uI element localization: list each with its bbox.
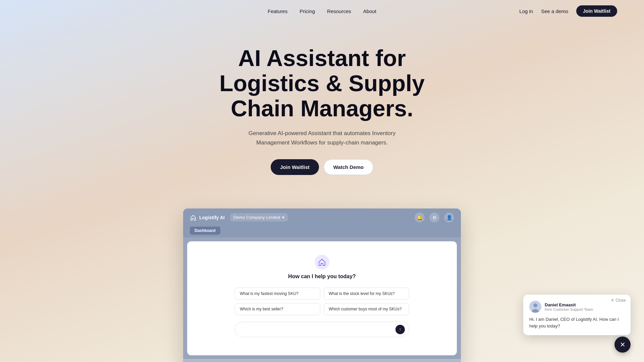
chat-agent-team: from Customer Support Team — [545, 307, 593, 311]
watch-demo-button[interactable]: Watch Demo — [324, 159, 373, 175]
svg-point-0 — [315, 255, 329, 269]
join-waitlist-hero-button[interactable]: Join Waitlist — [271, 159, 319, 175]
chat-home-icon — [315, 255, 329, 269]
chat-agent-name: Daniel Emaasit — [545, 302, 593, 307]
hero-subtitle: Generative AI-powered Assistant that aut… — [248, 129, 396, 147]
svg-point-2 — [533, 303, 537, 307]
chat-input-bar: ↑ — [235, 322, 409, 337]
close-x-icon: ✕ — [611, 298, 614, 303]
chat-send-button[interactable]: ↑ — [395, 325, 405, 334]
nav-features[interactable]: Features — [268, 8, 287, 14]
suggestion-chip-3[interactable]: Which customer buys most of my SKUs? — [324, 303, 409, 315]
notification-icon[interactable]: 🔔 — [415, 213, 425, 223]
chat-suggestions: What is my fastest moving SKU? What is t… — [235, 288, 409, 315]
suggestion-chip-1[interactable]: What is the stock level for my SKUs? — [324, 288, 409, 300]
nav-pricing[interactable]: Pricing — [300, 8, 315, 14]
chat-title: How can I help you today? — [288, 274, 356, 280]
settings-icon[interactable]: ⚙ — [429, 213, 439, 223]
chat-widget-close-button[interactable]: ✕ Close — [611, 298, 626, 303]
join-waitlist-nav-button[interactable]: Join Waitlist — [576, 5, 617, 17]
send-icon: ↑ — [399, 327, 401, 332]
login-link[interactable]: Log in — [519, 8, 533, 14]
tab-dashboard[interactable]: Dashboard — [190, 227, 220, 235]
user-icon[interactable]: 👤 — [444, 213, 454, 223]
hero-title: AI Assistant for Logistics & Supply Chai… — [205, 46, 439, 121]
chat-dismiss-button[interactable]: ✕ — [614, 337, 631, 353]
company-selector[interactable]: Demo Company Limited ▾ — [230, 213, 288, 222]
nav-about[interactable]: About — [363, 8, 376, 14]
chat-widget-message: Hi. I am Daniel, CEO of Logistify AI. Ho… — [529, 316, 625, 329]
see-demo-link[interactable]: See a demo — [541, 8, 568, 14]
nav-resources[interactable]: Resources — [327, 8, 351, 14]
suggestion-chip-2[interactable]: Which is my best seller? — [235, 303, 320, 315]
chevron-down-icon: ▾ — [282, 215, 284, 220]
dismiss-x-icon: ✕ — [620, 341, 626, 349]
chat-agent-avatar — [529, 301, 541, 313]
dashboard-logo: Logistify AI — [190, 214, 225, 221]
suggestion-chip-0[interactable]: What is my fastest moving SKU? — [235, 288, 320, 300]
chat-widget: ✕ Close Daniel Emaasit from Customer Sup… — [523, 295, 631, 335]
dashboard-preview: Logistify AI Demo Company Limited ▾ 🔔 ⚙ … — [183, 208, 461, 362]
chat-input[interactable] — [239, 327, 393, 332]
